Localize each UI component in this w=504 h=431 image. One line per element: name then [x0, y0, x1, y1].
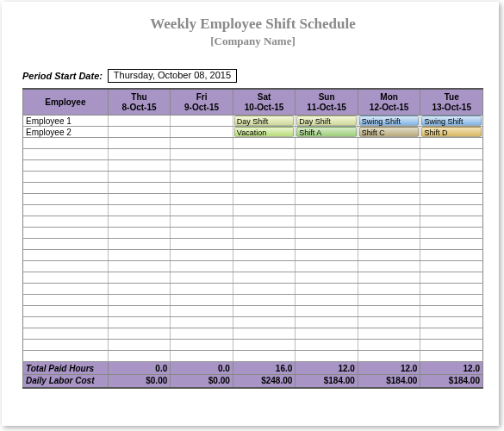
- employee-name-cell[interactable]: [23, 317, 109, 328]
- shift-cell[interactable]: Day Shift: [233, 116, 296, 127]
- shift-cell[interactable]: [296, 149, 358, 160]
- employee-name-cell[interactable]: [23, 250, 109, 261]
- shift-cell[interactable]: [296, 340, 358, 351]
- shift-cell[interactable]: [420, 149, 483, 160]
- shift-cell[interactable]: [296, 328, 358, 340]
- shift-cell[interactable]: [296, 172, 358, 183]
- shift-cell[interactable]: [420, 160, 483, 172]
- shift-cell[interactable]: [108, 116, 171, 127]
- shift-cell[interactable]: Vacation: [233, 127, 296, 138]
- shift-cell[interactable]: [108, 194, 171, 205]
- shift-cell[interactable]: [233, 194, 296, 205]
- shift-cell[interactable]: Shift A: [296, 127, 358, 138]
- shift-cell[interactable]: [420, 328, 483, 340]
- shift-cell[interactable]: [171, 127, 233, 138]
- shift-cell[interactable]: [358, 183, 420, 194]
- shift-cell[interactable]: [233, 216, 296, 228]
- shift-cell[interactable]: [108, 127, 171, 138]
- shift-cell[interactable]: [171, 272, 233, 284]
- shift-cell[interactable]: [171, 284, 233, 295]
- shift-cell[interactable]: [358, 317, 420, 328]
- shift-cell[interactable]: [171, 160, 233, 172]
- shift-cell[interactable]: [233, 149, 296, 160]
- employee-name-cell[interactable]: [23, 239, 109, 250]
- shift-cell[interactable]: [233, 351, 296, 362]
- shift-cell[interactable]: [296, 306, 358, 317]
- shift-cell[interactable]: [296, 284, 358, 295]
- shift-cell[interactable]: [358, 272, 420, 284]
- employee-name-cell[interactable]: [23, 340, 109, 351]
- shift-cell[interactable]: [358, 172, 420, 183]
- shift-cell[interactable]: [108, 205, 171, 216]
- employee-name-cell[interactable]: [23, 272, 109, 284]
- shift-cell[interactable]: [171, 172, 233, 183]
- shift-cell[interactable]: [171, 216, 233, 228]
- shift-cell[interactable]: [233, 138, 296, 149]
- employee-name-cell[interactable]: [23, 216, 109, 228]
- shift-cell[interactable]: [358, 160, 420, 172]
- shift-cell[interactable]: [420, 172, 483, 183]
- shift-cell[interactable]: [108, 160, 171, 172]
- shift-cell[interactable]: [296, 205, 358, 216]
- shift-cell[interactable]: [420, 272, 483, 284]
- shift-cell[interactable]: [420, 228, 483, 239]
- shift-cell[interactable]: [171, 250, 233, 261]
- shift-cell[interactable]: [171, 295, 233, 306]
- shift-cell[interactable]: [171, 306, 233, 317]
- employee-name-cell[interactable]: [23, 284, 109, 295]
- shift-cell[interactable]: [108, 228, 171, 239]
- employee-name-cell[interactable]: [23, 205, 109, 216]
- shift-cell[interactable]: [233, 272, 296, 284]
- shift-cell[interactable]: [108, 306, 171, 317]
- shift-cell[interactable]: [420, 138, 483, 149]
- shift-cell[interactable]: [420, 306, 483, 317]
- shift-cell[interactable]: [420, 216, 483, 228]
- shift-cell[interactable]: [296, 317, 358, 328]
- shift-cell[interactable]: [358, 205, 420, 216]
- shift-cell[interactable]: [108, 272, 171, 284]
- shift-cell[interactable]: [358, 138, 420, 149]
- shift-cell[interactable]: [420, 239, 483, 250]
- shift-cell[interactable]: [233, 328, 296, 340]
- shift-cell[interactable]: [108, 340, 171, 351]
- shift-cell[interactable]: [171, 228, 233, 239]
- shift-cell[interactable]: [420, 261, 483, 272]
- shift-cell[interactable]: [171, 317, 233, 328]
- shift-cell[interactable]: Day Shift: [296, 116, 358, 127]
- shift-cell[interactable]: [108, 295, 171, 306]
- shift-cell[interactable]: [296, 261, 358, 272]
- shift-cell[interactable]: [296, 239, 358, 250]
- shift-cell[interactable]: [296, 351, 358, 362]
- shift-cell[interactable]: [108, 216, 171, 228]
- shift-cell[interactable]: [233, 317, 296, 328]
- shift-cell[interactable]: [108, 328, 171, 340]
- shift-cell[interactable]: [296, 295, 358, 306]
- shift-cell[interactable]: Shift D: [420, 127, 483, 138]
- shift-cell[interactable]: [171, 194, 233, 205]
- shift-cell[interactable]: [296, 194, 358, 205]
- shift-cell[interactable]: Swing Shift: [358, 116, 420, 127]
- shift-cell[interactable]: [358, 340, 420, 351]
- shift-cell[interactable]: [108, 284, 171, 295]
- shift-cell[interactable]: [233, 306, 296, 317]
- shift-cell[interactable]: [171, 328, 233, 340]
- shift-cell[interactable]: [420, 351, 483, 362]
- shift-cell[interactable]: [420, 340, 483, 351]
- employee-name-cell[interactable]: [23, 261, 109, 272]
- shift-cell[interactable]: [108, 149, 171, 160]
- shift-cell[interactable]: [358, 228, 420, 239]
- shift-cell[interactable]: [233, 205, 296, 216]
- shift-cell[interactable]: [296, 250, 358, 261]
- shift-cell[interactable]: [233, 183, 296, 194]
- employee-name-cell[interactable]: [23, 138, 109, 149]
- shift-cell[interactable]: [233, 261, 296, 272]
- shift-cell[interactable]: [420, 205, 483, 216]
- shift-cell[interactable]: Swing Shift: [420, 116, 483, 127]
- shift-cell[interactable]: [171, 239, 233, 250]
- shift-cell[interactable]: [358, 149, 420, 160]
- shift-cell[interactable]: [296, 160, 358, 172]
- shift-cell[interactable]: [233, 160, 296, 172]
- shift-cell[interactable]: [358, 328, 420, 340]
- shift-cell[interactable]: [233, 172, 296, 183]
- shift-cell[interactable]: [171, 261, 233, 272]
